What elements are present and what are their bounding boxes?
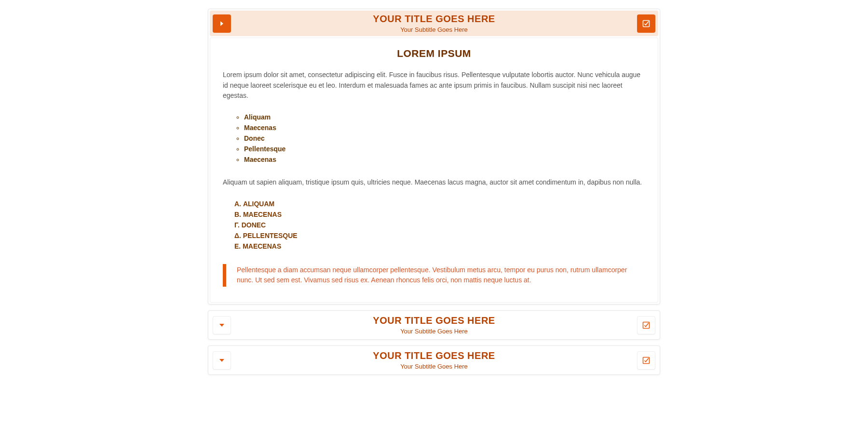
- list-item-label: DONEC: [242, 221, 266, 229]
- list-item: δ. PELLENTESQUE: [234, 230, 645, 241]
- body-paragraph: Lorem ipsum dolor sit amet, consectetur …: [223, 70, 645, 101]
- caret-right-icon: [219, 21, 224, 26]
- list-item: Maecenas: [244, 122, 645, 133]
- accordion-panel: YOUR TITLE GOES HERE Your Subtitle Goes …: [208, 345, 660, 375]
- check-square-icon: [642, 357, 650, 364]
- caret-down-icon: [219, 323, 225, 327]
- list-item: Maecenas: [244, 154, 645, 165]
- panel-subtitle: Your Subtitle Goes Here: [231, 26, 637, 33]
- list-marker: α.: [234, 200, 241, 208]
- list-item: Pellentesque: [244, 144, 645, 154]
- accordion-panel: YOUR TITLE GOES HERE Your Subtitle Goes …: [208, 310, 660, 340]
- body-heading: LOREM IPSUM: [223, 48, 645, 59]
- list-marker: β.: [234, 211, 241, 218]
- check-square-icon: [642, 321, 650, 329]
- panel-subtitle: Your Subtitle Goes Here: [231, 363, 637, 370]
- body-blockquote: Pellentesque a diam accumsan neque ullam…: [223, 264, 645, 287]
- list-item: ε. MAECENAS: [234, 241, 645, 252]
- list-item: β. MAECENAS: [234, 209, 645, 220]
- panel-title: YOUR TITLE GOES HERE: [231, 315, 637, 326]
- panel-subtitle: Your Subtitle Goes Here: [231, 328, 637, 335]
- list-item-label: PELLENTESQUE: [243, 232, 298, 239]
- list-marker: ε.: [234, 242, 241, 250]
- body-ordered-list: α. ALIQUAM β. MAECENAS γ. DONEC δ. PELLE…: [223, 199, 645, 252]
- list-marker: δ.: [234, 232, 241, 239]
- accordion-panel: YOUR TITLE GOES HERE Your Subtitle Goes …: [208, 9, 660, 305]
- header-center: YOUR TITLE GOES HERE Your Subtitle Goes …: [231, 315, 637, 335]
- list-item-label: MAECENAS: [243, 211, 282, 218]
- list-item: Donec: [244, 133, 645, 144]
- caret-down-icon: [219, 358, 225, 362]
- action-check-button[interactable]: [637, 351, 655, 370]
- list-marker: γ.: [234, 221, 240, 229]
- list-item-label: ALIQUAM: [243, 200, 274, 208]
- action-check-button[interactable]: [637, 14, 655, 33]
- list-item: α. ALIQUAM: [234, 199, 645, 209]
- list-item: Aliquam: [244, 112, 645, 122]
- expand-button[interactable]: [213, 14, 231, 33]
- body-unordered-list: Aliquam Maecenas Donec Pellentesque Maec…: [223, 112, 645, 165]
- accordion-header[interactable]: YOUR TITLE GOES HERE Your Subtitle Goes …: [210, 312, 658, 338]
- expand-button[interactable]: [213, 316, 231, 334]
- accordion-header[interactable]: YOUR TITLE GOES HERE Your Subtitle Goes …: [210, 347, 658, 373]
- panel-title: YOUR TITLE GOES HERE: [231, 350, 637, 361]
- list-item-label: MAECENAS: [243, 242, 281, 250]
- expand-button[interactable]: [213, 351, 231, 370]
- accordion-header[interactable]: YOUR TITLE GOES HERE Your Subtitle Goes …: [210, 11, 658, 36]
- check-square-icon: [642, 20, 650, 27]
- action-check-button[interactable]: [637, 316, 655, 334]
- accordion-body: LOREM IPSUM Lorem ipsum dolor sit amet, …: [210, 38, 658, 303]
- body-paragraph: Aliquam ut sapien aliquam, tristique ips…: [223, 177, 645, 188]
- header-center: YOUR TITLE GOES HERE Your Subtitle Goes …: [231, 350, 637, 370]
- header-center: YOUR TITLE GOES HERE Your Subtitle Goes …: [231, 13, 637, 33]
- panel-title: YOUR TITLE GOES HERE: [231, 13, 637, 25]
- list-item: γ. DONEC: [234, 220, 645, 230]
